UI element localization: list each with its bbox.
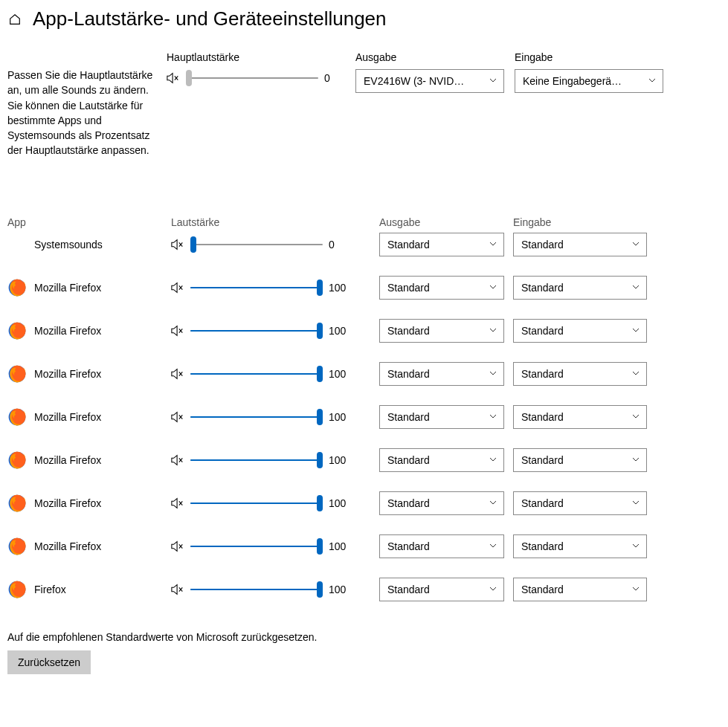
app-volume-value: 100 <box>329 411 349 423</box>
speaker-muted-icon[interactable] <box>171 239 184 251</box>
chevron-down-icon <box>631 368 640 380</box>
app-row: Mozilla Firefox100StandardStandard <box>7 405 721 429</box>
app-input-dropdown[interactable]: Standard <box>513 276 647 300</box>
master-output-value: EV2416W (3- NVID… <box>364 75 464 87</box>
master-volume-label: Hauptlautstärke <box>167 51 345 63</box>
master-output-label: Ausgabe <box>355 51 504 63</box>
reset-description: Auf die empfohlenen Standardwerte von Mi… <box>7 631 721 643</box>
firefox-icon <box>7 364 27 384</box>
master-input-dropdown[interactable]: Keine Eingabegerä… <box>515 69 663 93</box>
app-row: Mozilla Firefox100StandardStandard <box>7 319 721 343</box>
page-title: App-Lautstärke- und Geräteeinstellungen <box>33 7 387 30</box>
app-output-dropdown[interactable]: Standard <box>379 578 504 601</box>
app-input-value: Standard <box>521 239 564 251</box>
speaker-muted-icon[interactable] <box>171 584 184 595</box>
app-volume-slider[interactable] <box>190 451 323 469</box>
master-input-value: Keine Eingabegerä… <box>523 75 622 87</box>
chevron-down-icon <box>489 497 497 509</box>
app-input-dropdown[interactable]: Standard <box>513 319 647 343</box>
chevron-down-icon <box>489 454 497 466</box>
chevron-down-icon <box>631 411 640 423</box>
speaker-muted-icon[interactable] <box>171 540 184 552</box>
app-output-value: Standard <box>387 411 430 423</box>
app-name: Mozilla Firefox <box>34 368 101 380</box>
chevron-down-icon <box>648 75 657 87</box>
app-volume-slider[interactable] <box>190 408 323 426</box>
app-volume-slider[interactable] <box>190 322 323 340</box>
speaker-muted-icon[interactable] <box>171 325 184 337</box>
app-input-dropdown[interactable]: Standard <box>513 362 647 386</box>
app-volume-value: 100 <box>329 282 349 294</box>
app-volume-value: 100 <box>329 540 349 552</box>
speaker-muted-icon[interactable] <box>171 497 184 509</box>
firefox-icon <box>7 321 27 340</box>
chevron-down-icon <box>489 325 497 337</box>
app-input-dropdown[interactable]: Standard <box>513 578 647 601</box>
reset-button[interactable]: Zurücksetzen <box>7 650 91 674</box>
app-name: Systemsounds <box>34 239 103 251</box>
app-volume-slider[interactable] <box>190 365 323 383</box>
app-output-dropdown[interactable]: Standard <box>379 491 504 515</box>
app-output-value: Standard <box>387 239 430 251</box>
app-name: Mozilla Firefox <box>34 540 101 552</box>
app-input-dropdown[interactable]: Standard <box>513 491 647 515</box>
app-input-dropdown[interactable]: Standard <box>513 405 647 429</box>
app-volume-slider[interactable] <box>190 236 323 253</box>
app-name: Firefox <box>34 584 66 595</box>
app-input-dropdown[interactable]: Standard <box>513 233 647 256</box>
app-input-dropdown[interactable]: Standard <box>513 448 647 472</box>
col-header-input: Eingabe <box>513 216 647 228</box>
firefox-icon <box>7 494 27 513</box>
app-output-value: Standard <box>387 497 430 509</box>
app-row: Mozilla Firefox100StandardStandard <box>7 491 721 515</box>
firefox-icon <box>7 407 27 427</box>
app-input-value: Standard <box>521 411 564 423</box>
app-row: Firefox100StandardStandard <box>7 578 721 601</box>
chevron-down-icon <box>489 368 497 380</box>
app-volume-value: 100 <box>329 497 349 509</box>
master-volume-value: 0 <box>324 72 345 84</box>
app-name: Mozilla Firefox <box>34 497 101 509</box>
speaker-muted-icon[interactable] <box>171 411 184 423</box>
app-input-value: Standard <box>521 282 564 294</box>
col-header-output: Ausgabe <box>379 216 513 228</box>
chevron-down-icon <box>631 239 640 251</box>
speaker-muted-icon[interactable] <box>171 282 184 294</box>
speaker-muted-icon[interactable] <box>171 454 184 466</box>
chevron-down-icon <box>489 540 497 552</box>
app-input-value: Standard <box>521 454 564 466</box>
app-volume-value: 100 <box>329 368 349 380</box>
app-output-dropdown[interactable]: Standard <box>379 276 504 300</box>
app-name: Mozilla Firefox <box>34 282 101 294</box>
master-output-dropdown[interactable]: EV2416W (3- NVID… <box>355 69 504 93</box>
app-input-value: Standard <box>521 368 564 380</box>
page-description: Passen Sie die Hauptlautstärke an, um al… <box>7 51 156 158</box>
speaker-muted-icon[interactable] <box>171 368 184 380</box>
app-output-dropdown[interactable]: Standard <box>379 319 504 343</box>
app-input-dropdown[interactable]: Standard <box>513 534 647 558</box>
app-volume-slider[interactable] <box>190 581 323 598</box>
app-output-dropdown[interactable]: Standard <box>379 405 504 429</box>
chevron-down-icon <box>489 411 497 423</box>
app-output-dropdown[interactable]: Standard <box>379 233 504 256</box>
app-output-dropdown[interactable]: Standard <box>379 362 504 386</box>
chevron-down-icon <box>489 584 497 595</box>
app-output-dropdown[interactable]: Standard <box>379 534 504 558</box>
app-name: Mozilla Firefox <box>34 325 101 337</box>
app-name: Mozilla Firefox <box>34 454 101 466</box>
firefox-icon <box>7 537 27 556</box>
home-icon[interactable] <box>7 12 22 27</box>
master-volume-slider[interactable] <box>186 69 318 87</box>
app-input-value: Standard <box>521 497 564 509</box>
app-output-value: Standard <box>387 454 430 466</box>
app-input-value: Standard <box>521 325 564 337</box>
app-output-dropdown[interactable]: Standard <box>379 448 504 472</box>
app-volume-value: 0 <box>329 239 349 251</box>
app-volume-slider[interactable] <box>190 279 323 297</box>
app-volume-slider[interactable] <box>190 537 323 555</box>
app-output-value: Standard <box>387 325 430 337</box>
app-volume-slider[interactable] <box>190 494 323 512</box>
chevron-down-icon <box>489 282 497 294</box>
speaker-muted-icon[interactable] <box>167 72 180 84</box>
app-name: Mozilla Firefox <box>34 411 101 423</box>
